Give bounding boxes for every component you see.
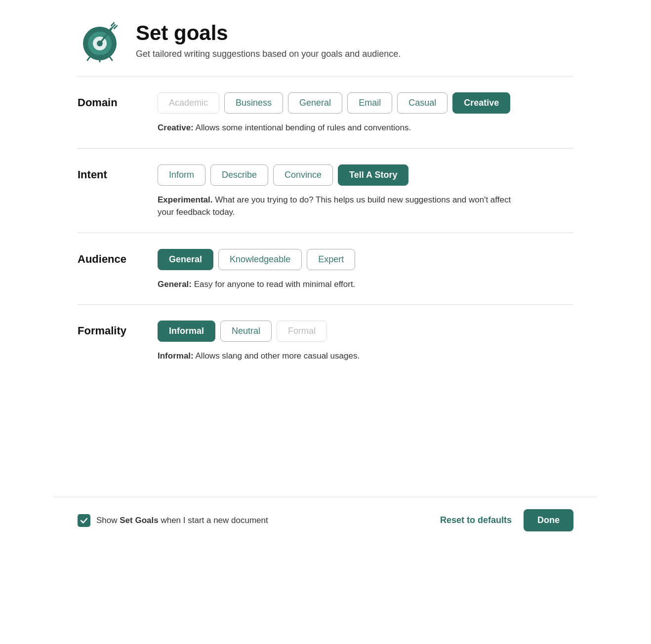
footer: Show Set Goals when I start a new docume…	[54, 497, 597, 543]
intent-description: Experimental. What are you trying to do?…	[158, 194, 513, 219]
reset-defaults-button[interactable]: Reset to defaults	[440, 515, 512, 525]
header-text: Set goals Get tailored writing suggestio…	[136, 21, 401, 59]
audience-description: General: Easy for anyone to read with mi…	[158, 278, 513, 291]
formality-row: Formality Informal Neutral Formal Inform…	[78, 321, 573, 362]
intent-label: Intent	[78, 164, 142, 181]
footer-left: Show Set Goals when I start a new docume…	[78, 514, 268, 527]
domain-description-rest: Allows some intentional bending of rules…	[194, 123, 411, 132]
intent-row: Intent Inform Describe Convince Tell A S…	[78, 164, 573, 219]
audience-label: Audience	[78, 249, 142, 266]
svg-line-6	[112, 25, 115, 28]
audience-section: Audience General Knowledgeable Expert Ge…	[54, 233, 597, 305]
show-goals-label-strong: Set Goals	[120, 516, 158, 525]
audience-btn-expert[interactable]: Expert	[307, 249, 355, 270]
audience-content: General Knowledgeable Expert General: Ea…	[158, 249, 573, 291]
svg-line-8	[114, 26, 117, 29]
domain-btn-academic[interactable]: Academic	[158, 92, 219, 114]
domain-btn-email[interactable]: Email	[347, 92, 392, 114]
intent-btn-inform[interactable]: Inform	[158, 164, 205, 186]
formality-content: Informal Neutral Formal Informal: Allows…	[158, 321, 573, 362]
svg-line-7	[111, 23, 114, 26]
intent-button-group: Inform Describe Convince Tell A Story	[158, 164, 573, 186]
formality-description: Informal: Allows slang and other more ca…	[158, 350, 513, 362]
audience-description-rest: Easy for anyone to read with minimal eff…	[192, 280, 355, 289]
done-button[interactable]: Done	[524, 509, 573, 531]
formality-button-group: Informal Neutral Formal	[158, 321, 573, 342]
audience-row: Audience General Knowledgeable Expert Ge…	[78, 249, 573, 291]
domain-btn-general[interactable]: General	[288, 92, 342, 114]
domain-description-strong: Creative:	[158, 123, 194, 132]
domain-content: Academic Business General Email Casual C…	[158, 92, 573, 134]
formality-description-strong: Informal:	[158, 351, 194, 361]
domain-row: Domain Academic Business General Email C…	[78, 92, 573, 134]
formality-label: Formality	[78, 321, 142, 337]
audience-button-group: General Knowledgeable Expert	[158, 249, 573, 270]
intent-description-strong: Experimental.	[158, 195, 213, 204]
show-goals-label-post: when I start a new document	[159, 516, 268, 525]
domain-btn-business[interactable]: Business	[224, 92, 283, 114]
domain-btn-creative[interactable]: Creative	[452, 92, 510, 114]
audience-description-strong: General:	[158, 280, 192, 289]
domain-label: Domain	[78, 92, 142, 109]
audience-btn-knowledgeable[interactable]: Knowledgeable	[218, 249, 302, 270]
page-description: Get tailored writing suggestions based o…	[136, 49, 401, 59]
checkmark-icon	[80, 517, 88, 524]
formality-btn-neutral[interactable]: Neutral	[220, 321, 272, 342]
formality-btn-informal[interactable]: Informal	[158, 321, 215, 342]
page-container: Set goals Get tailored writing suggestio…	[54, 0, 597, 543]
audience-btn-general[interactable]: General	[158, 249, 213, 270]
domain-section: Domain Academic Business General Email C…	[54, 77, 597, 148]
domain-btn-casual[interactable]: Casual	[397, 92, 448, 114]
formality-section: Formality Informal Neutral Formal Inform…	[54, 305, 597, 376]
footer-right: Reset to defaults Done	[440, 509, 573, 531]
domain-button-group: Academic Business General Email Casual C…	[158, 92, 573, 114]
set-goals-icon	[78, 18, 122, 62]
intent-btn-tell-a-story[interactable]: Tell A Story	[338, 164, 408, 186]
intent-section: Intent Inform Describe Convince Tell A S…	[54, 149, 597, 233]
domain-description: Creative: Allows some intentional bendin…	[158, 121, 513, 134]
formality-btn-formal[interactable]: Formal	[277, 321, 327, 342]
intent-btn-convince[interactable]: Convince	[273, 164, 333, 186]
formality-description-rest: Allows slang and other more casual usage…	[194, 351, 360, 361]
intent-content: Inform Describe Convince Tell A Story Ex…	[158, 164, 573, 219]
show-goals-label: Show Set Goals when I start a new docume…	[96, 516, 268, 525]
header: Set goals Get tailored writing suggestio…	[54, 0, 597, 76]
page-title: Set goals	[136, 21, 401, 45]
show-goals-checkbox[interactable]	[78, 514, 90, 527]
show-goals-label-pre: Show	[96, 516, 120, 525]
intent-btn-describe[interactable]: Describe	[210, 164, 268, 186]
